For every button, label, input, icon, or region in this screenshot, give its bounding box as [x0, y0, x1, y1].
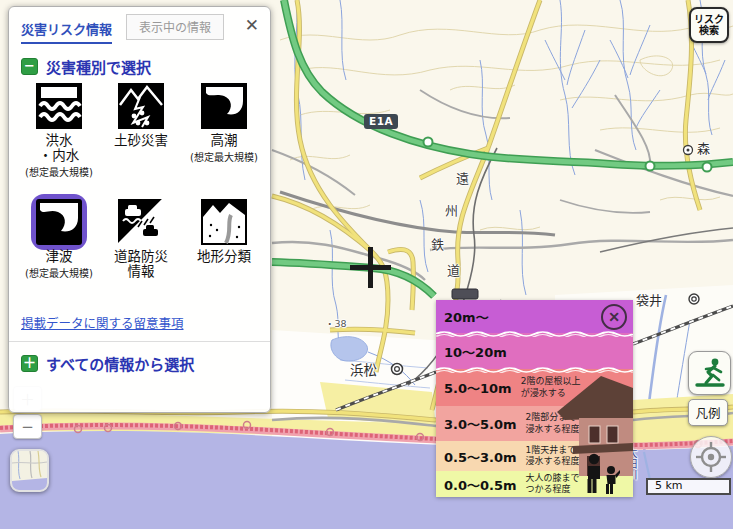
map-label-hamamatsu: 浜松: [350, 359, 377, 379]
legend-toggle-button[interactable]: 凡例: [688, 399, 728, 426]
evacuation-runner-button[interactable]: [688, 351, 731, 395]
location-target-icon: [695, 441, 727, 473]
disaster-info-panel: 災害リスク情報 表示中の情報 ✕ − 災害種別で選択 洪水 ・内水 (想定最大規…: [8, 6, 271, 413]
running-person-icon: [694, 357, 726, 389]
data-notes-link[interactable]: 掲載データに関する留意事項: [21, 313, 184, 332]
hazard-item-flood[interactable]: 洪水 ・内水 (想定最大規模): [20, 83, 98, 179]
hazard-item-storm-surge[interactable]: 高潮 (想定最大規模): [185, 83, 263, 164]
collapse-icon[interactable]: −: [21, 58, 38, 75]
storm-surge-icon: [201, 83, 247, 129]
map-label-railway-char: 遠: [456, 168, 469, 187]
map-zoom-out-button[interactable]: −: [13, 414, 42, 439]
map-label-spot-height: ・38: [325, 316, 347, 330]
section-title-all-info: すべての情報から選択: [46, 353, 194, 374]
tsunami-depth-legend: 20m〜 ✕ 10〜20m 5.0〜10m 2階の屋根以上 が浸水する 3.0〜…: [436, 300, 633, 497]
road-disaster-icon: [118, 199, 164, 245]
map-label-fukuroi: 袋井: [636, 290, 662, 309]
map-label-railway-char: 鉄: [431, 234, 444, 253]
landslide-icon: [118, 83, 164, 129]
map-scale-bar: 5 km: [646, 478, 731, 495]
panel-tabbar: 災害リスク情報 表示中の情報 ✕: [9, 7, 270, 41]
hazard-item-landform[interactable]: 地形分類: [185, 199, 263, 265]
panel-close-icon[interactable]: ✕: [245, 15, 259, 35]
hazard-item-tsunami[interactable]: 津波 (想定最大規模): [20, 199, 98, 280]
current-location-button[interactable]: [690, 436, 732, 478]
people-illustration: [584, 453, 620, 495]
map-label-railway-char: 道: [447, 260, 460, 279]
hazard-item-road-disaster[interactable]: 道路防災 情報: [102, 199, 180, 280]
overview-map-thumbnail: [12, 451, 47, 490]
tab-disaster-risk-info[interactable]: 災害リスク情報: [21, 22, 112, 44]
legend-close-icon[interactable]: ✕: [601, 304, 627, 330]
tab-displayed-info[interactable]: 表示中の情報: [126, 14, 224, 40]
expand-icon[interactable]: ＋: [21, 355, 38, 372]
risk-search-button[interactable]: リスク 検索: [689, 7, 729, 43]
panel-divider: [9, 341, 270, 342]
overview-map-button[interactable]: [10, 449, 49, 492]
map-label-mori: 森: [697, 138, 710, 157]
hazard-item-landslide[interactable]: 土砂災害: [102, 83, 180, 149]
expressway-badge-e1a: E1A: [364, 114, 398, 129]
tsunami-icon: [36, 199, 82, 245]
flood-icon: [36, 83, 82, 129]
legend-row: 10〜20m: [436, 333, 633, 369]
landform-icon: [201, 199, 247, 245]
section-title-disaster-type: 災害種別で選択: [46, 56, 151, 77]
map-label-railway-char: 州: [445, 200, 458, 219]
map-station-box: [452, 289, 478, 299]
wavy-separator: [436, 329, 633, 337]
